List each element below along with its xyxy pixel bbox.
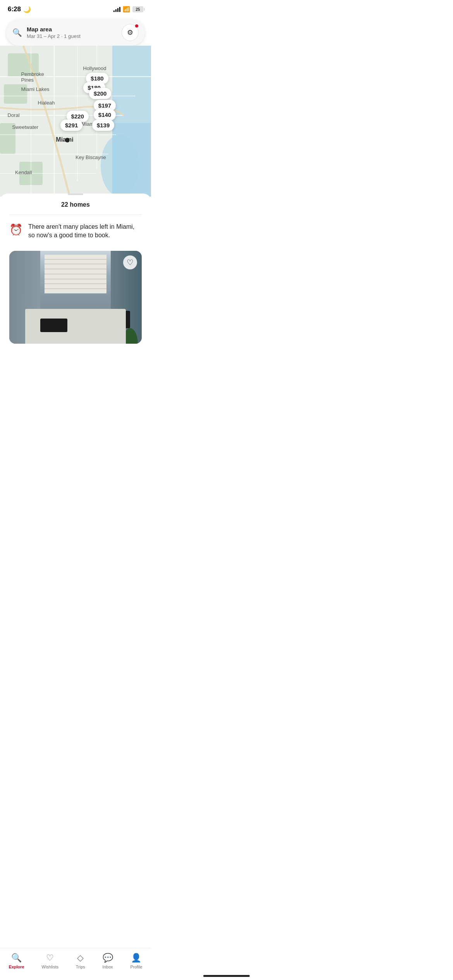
bed-tray [40, 319, 67, 332]
search-icon: 🔍 [12, 28, 22, 37]
listing-image [9, 251, 142, 344]
sheet-handle [68, 194, 83, 195]
map-label-kendall: Kendall [15, 170, 32, 175]
status-time: 6:28 [8, 5, 21, 13]
moon-icon: 🌙 [23, 6, 31, 13]
map-label-key-biscayne: Key Biscayne [76, 154, 106, 160]
wishlist-button[interactable]: ♡ [123, 255, 137, 269]
map-background: PembrokePines Hollywood Miami Lakes Hial… [0, 46, 151, 197]
search-dates-guests: Mar 31 – Apr 2 · 1 guest [27, 33, 81, 39]
wifi-icon: 📶 [123, 6, 130, 13]
price-pin-139[interactable]: $139 [92, 120, 114, 131]
homes-count: 22 homes [0, 198, 151, 214]
map-selected-dot [65, 138, 70, 142]
alert-clock-icon: ⏰ [9, 223, 23, 236]
map-label-hollywood: Hollywood [83, 65, 106, 71]
signal-bars [113, 7, 120, 12]
battery: 25 [132, 6, 143, 12]
alert-message: There aren't many places left in Miami, … [28, 223, 142, 240]
svg-point-3 [101, 135, 139, 197]
map-label-pembroke: PembrokePines [21, 71, 44, 83]
heart-icon: ♡ [127, 258, 134, 267]
map-label-hialeah: Hialeah [38, 100, 55, 106]
search-bar[interactable]: 🔍 Map area Mar 31 – Apr 2 · 1 guest ⚙ [6, 19, 145, 46]
bottom-sheet: 22 homes ⏰ There aren't many places left… [0, 194, 151, 351]
price-pin-291[interactable]: $291 [60, 120, 82, 131]
blinds [45, 255, 106, 293]
filter-active-dot [135, 24, 138, 27]
map-label-miami: Miami [56, 136, 73, 143]
filter-icon: ⚙ [127, 28, 133, 37]
price-pin-140[interactable]: $140 [94, 109, 116, 120]
alert-banner: ⏰ There aren't many places left in Miami… [0, 215, 151, 248]
map-label-miami-lakes: Miami Lakes [21, 86, 50, 92]
status-icons: 📶 25 [113, 6, 143, 13]
map-area[interactable]: PembrokePines Hollywood Miami Lakes Hial… [0, 46, 151, 197]
listing-card[interactable]: ♡ [9, 251, 142, 344]
room-scene [9, 251, 142, 344]
search-area-label: Map area [27, 26, 81, 33]
price-pin-200[interactable]: $200 [89, 88, 111, 99]
filter-button[interactable]: ⚙ [122, 24, 139, 41]
map-label-doral: Doral [8, 112, 20, 118]
map-label-sweetwater: Sweetwater [12, 124, 38, 130]
status-bar: 6:28 🌙 📶 25 [0, 0, 151, 16]
